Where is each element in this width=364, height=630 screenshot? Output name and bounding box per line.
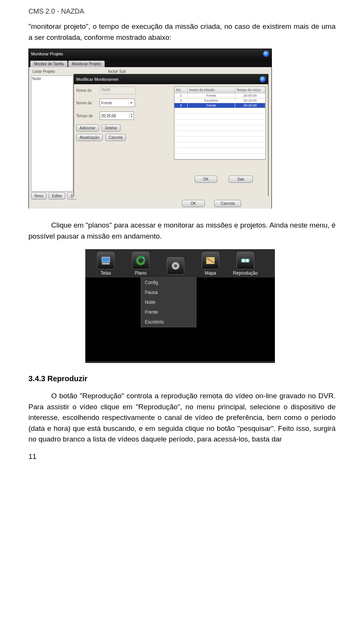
tool-reproducao[interactable]: Reprodução bbox=[228, 252, 263, 277]
svg-point-6 bbox=[242, 259, 245, 262]
chevron-down-icon: ▾ bbox=[129, 101, 133, 105]
menu-item-escritorio[interactable]: Escritório bbox=[141, 317, 196, 327]
svg-rect-1 bbox=[102, 263, 110, 264]
table-row[interactable]: 2 Escritório 20:15:00 bbox=[174, 98, 265, 103]
tool-mapa[interactable]: Mapa bbox=[193, 252, 228, 277]
tool-config[interactable] bbox=[158, 257, 193, 277]
project-list[interactable]: Noite bbox=[31, 75, 73, 192]
outer-tabs: Monitor de Tarefa Monitorar Projeto bbox=[29, 59, 271, 67]
col-sn: SN. bbox=[174, 87, 188, 93]
label-tempo-de: Tempo de bbox=[76, 114, 100, 118]
paragraph-3: O botão "Reprodução" controla a reproduç… bbox=[28, 391, 336, 445]
mission-table: SN. Nome da Missão Tempo de Início 1 Fre… bbox=[174, 86, 266, 160]
plano-dropdown: Config Pausa Noite Frente Escritório bbox=[141, 277, 196, 327]
main-toolbar: Telas Plano Mapa bbox=[85, 249, 275, 278]
outer-titlebar: Monitorar Projeto × bbox=[29, 49, 271, 59]
menu-item-config[interactable]: Config bbox=[141, 278, 196, 288]
tempo-de-input[interactable]: 20:25:00 ▲▼ bbox=[100, 112, 134, 120]
tool-telas[interactable]: Telas bbox=[88, 252, 123, 277]
screenshot-monitorar-projeto: Monitorar Projeto × Monitor de Tarefa Mo… bbox=[28, 49, 272, 209]
label-nome-do: Nome do bbox=[76, 88, 100, 93]
nome-da-value: Frente bbox=[101, 101, 112, 105]
svg-point-3 bbox=[174, 264, 177, 267]
menu-item-noite[interactable]: Noite bbox=[141, 297, 196, 307]
plano-icon bbox=[132, 252, 149, 269]
inner-dialog: Modificar Monitoramen × Nome do Noite No… bbox=[74, 74, 268, 196]
outer-title-text: Monitorar Projeto bbox=[31, 52, 63, 56]
nome-da-select[interactable]: Frente ▾ bbox=[100, 99, 135, 107]
ok-outer-button[interactable]: OK bbox=[182, 200, 205, 207]
ok-inner-button[interactable]: OK bbox=[195, 176, 217, 183]
close-icon[interactable]: × bbox=[260, 76, 266, 82]
tool-label: Plano bbox=[135, 270, 147, 276]
subheader-listar: Listar Projeto bbox=[33, 69, 55, 74]
paragraph-2: Clique em "planos" para acessar e monito… bbox=[28, 220, 336, 242]
screenshot-planos-menu: Telas Plano Mapa bbox=[85, 249, 275, 363]
section-title: 3.4.3 Reproduzir bbox=[28, 374, 336, 383]
project-list-item[interactable]: Noite bbox=[32, 77, 41, 81]
reproducao-icon bbox=[237, 252, 254, 269]
col-nome: Nome da Missão bbox=[188, 87, 235, 93]
sair-button[interactable]: Sair bbox=[229, 176, 253, 183]
atualizacao-button[interactable]: Atualização bbox=[76, 134, 103, 141]
nome-do-input[interactable]: Noite bbox=[100, 86, 136, 94]
telas-icon bbox=[97, 252, 115, 269]
tempo-de-value: 20:25:00 bbox=[101, 114, 116, 118]
cancela-inner-button[interactable]: Cancela bbox=[105, 134, 126, 141]
gear-icon bbox=[167, 257, 184, 275]
editar-button[interactable]: Editar bbox=[49, 192, 65, 200]
doc-header: CMS 2.0 - NAZDA bbox=[28, 8, 336, 16]
table-row[interactable]: 3 Frente 20:25:00 bbox=[174, 103, 265, 108]
tool-label: Telas bbox=[100, 270, 111, 276]
svg-rect-0 bbox=[102, 257, 110, 262]
inner-title-text: Modificar Monitoramen bbox=[76, 77, 119, 82]
label-nome-da: Nome da bbox=[76, 101, 100, 105]
mapa-icon bbox=[202, 252, 219, 269]
novo-button[interactable]: Novo bbox=[31, 192, 47, 200]
deletar-button[interactable]: Deletar bbox=[102, 124, 121, 132]
tool-label: Mapa bbox=[205, 270, 216, 276]
tab-monitor-tarefa[interactable]: Monitor de Tarefa bbox=[30, 61, 67, 67]
col-tempo: Tempo de Início bbox=[235, 87, 265, 93]
subheader-incluir: Incluir Sub bbox=[108, 69, 126, 74]
inner-titlebar: Modificar Monitoramen × bbox=[74, 74, 268, 84]
cancela-outer-button[interactable]: Cancela bbox=[214, 200, 241, 207]
tool-plano[interactable]: Plano bbox=[123, 252, 158, 277]
table-row[interactable]: 1 Frente 20:00:00 bbox=[174, 93, 265, 98]
menu-item-pausa[interactable]: Pausa bbox=[141, 288, 196, 297]
svg-point-7 bbox=[246, 259, 249, 262]
menu-item-frente[interactable]: Frente bbox=[141, 307, 196, 317]
spinner-buttons-icon[interactable]: ▲▼ bbox=[129, 113, 133, 118]
close-icon[interactable]: × bbox=[263, 51, 269, 57]
adicionar-button[interactable]: Adicionar bbox=[76, 124, 99, 132]
paragraph-1: "monitorar projeto", o tempo de execução… bbox=[28, 21, 336, 43]
page-number: 11 bbox=[28, 452, 336, 461]
tool-label: Reprodução bbox=[233, 270, 257, 276]
tab-monitorar-projeto[interactable]: Monitorar Projeto bbox=[68, 61, 105, 67]
